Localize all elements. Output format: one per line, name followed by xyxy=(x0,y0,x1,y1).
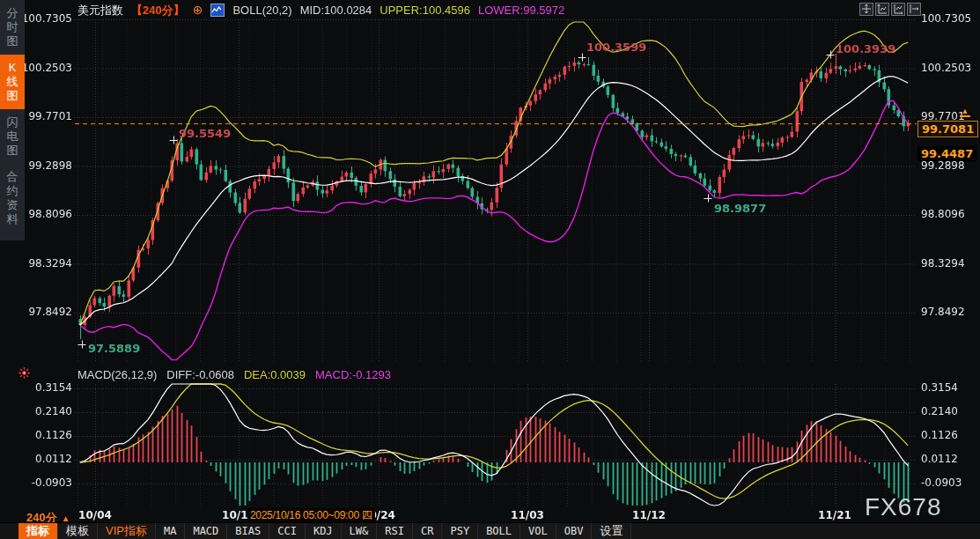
toolbar-tab-rsi[interactable]: RSI xyxy=(377,523,413,539)
price-axis-label-right: 98.8096 xyxy=(921,208,965,220)
x-axis-date-label: 11/21 xyxy=(818,509,851,521)
macd-axis-label-right: 0.3154 xyxy=(921,381,958,394)
price-macd-chart-canvas[interactable] xyxy=(0,0,980,539)
macd-axis-label-left: 0.1126 xyxy=(16,429,72,441)
boll-lower-value: LOWER:99.5972 xyxy=(478,4,564,17)
macd-axis-label-left: -0.0903 xyxy=(16,476,72,489)
price-extreme-annotation: 99.5549 xyxy=(179,127,231,140)
toolbar-tab-psy[interactable]: PSY xyxy=(442,523,478,539)
toolbar-tab-cr[interactable]: CR xyxy=(413,523,442,539)
axis-zoom-horizontal-button[interactable] xyxy=(891,3,905,16)
toolbar-tab-模板[interactable]: 模板 xyxy=(58,523,98,539)
sidebar-item-kline-chart[interactable]: K 线 图 xyxy=(0,55,25,109)
macd-diff-value: DIFF:-0.0608 xyxy=(166,368,234,381)
watermark: FX678 xyxy=(865,493,942,521)
pan-right-icon xyxy=(909,2,919,18)
axis-zoom-vertical-icon xyxy=(877,2,888,18)
boll-upper-value: UPPER:100.4596 xyxy=(379,4,470,17)
pan-right-button[interactable] xyxy=(907,3,921,16)
macd-axis-label-right: 0.1126 xyxy=(921,429,958,441)
toolbar-tab-kdj[interactable]: KDJ xyxy=(306,523,342,539)
axis-zoom-vertical-button[interactable] xyxy=(875,3,889,16)
move-button[interactable] xyxy=(859,3,873,16)
price-axis-label-right: 98.3294 xyxy=(921,257,965,270)
macd-axis-label-right: -0.0903 xyxy=(921,476,962,489)
toolbar-tab-lw[interactable]: LW& xyxy=(342,523,378,539)
macd-dea-value: DEA:0.0039 xyxy=(244,368,306,381)
axis-zoom-horizontal-icon xyxy=(893,2,903,18)
toolbar-tab-obv[interactable]: OBV xyxy=(556,523,593,539)
toolbar-tab-设置[interactable]: 设置 xyxy=(592,523,631,539)
x-axis-date-label: 11/03 xyxy=(511,509,544,521)
current-price-tag: 99.7081 xyxy=(917,121,978,137)
macd-axis-label-left: 0.0112 xyxy=(16,453,72,465)
toolbar-tab-macd[interactable]: MACD xyxy=(185,523,227,539)
toolbar-tab-bias[interactable]: BIAS xyxy=(227,523,269,539)
price-up-arrow-icon: ▲ xyxy=(960,107,970,117)
price-extreme-annotation: 98.9877 xyxy=(714,202,766,215)
toolbar-tab-cci[interactable]: CCI xyxy=(269,523,306,539)
chart-header: 美元指数 【240分】 ⊕ BOLL(20,2) MID:100.0284 UP… xyxy=(77,3,564,18)
x-axis-date-label: 10/04 xyxy=(78,509,112,521)
price-axis-label-right: 97.8492 xyxy=(921,306,965,318)
macd-bar-value: MACD:-0.1293 xyxy=(315,368,391,381)
macd-axis-label-right: 0.2140 xyxy=(921,405,958,417)
sidebar-item-contract-info[interactable]: 合 约 资 料 xyxy=(0,164,25,233)
alert-starburst-icon[interactable] xyxy=(18,366,30,382)
toolbar-tab-vol[interactable]: VOL xyxy=(520,523,556,539)
boll-indicator-label[interactable]: BOLL(20,2) xyxy=(232,4,291,17)
left-sidebar: 分 时 图K 线 图闪 电 图合 约 资 料 xyxy=(0,0,25,240)
sidebar-item-time-chart[interactable]: 分 时 图 xyxy=(0,0,25,55)
crosshair-date-tooltip: 2025/10/16 05:00~09:00 四 xyxy=(247,508,375,522)
macd-axis-label-left: 0.3154 xyxy=(16,381,72,394)
macd-header: MACD(26,12,9) DIFF:-0.0608 DEA:0.0039 MA… xyxy=(77,368,391,381)
mini-chart-icon[interactable] xyxy=(210,4,225,17)
x-axis-date-label: 11/12 xyxy=(632,509,666,521)
sidebar-item-flash-chart[interactable]: 闪 电 图 xyxy=(0,109,25,164)
price-axis-label-left: 98.3294 xyxy=(16,257,72,270)
price-extreme-annotation: 100.3939 xyxy=(836,42,895,55)
toolbar-tab-boll[interactable]: BOLL xyxy=(478,523,520,539)
price-axis-label-right: 100.7305 xyxy=(921,12,971,25)
macd-axis-label-right: 0.0112 xyxy=(921,453,958,465)
boll-mid-value: MID:100.0284 xyxy=(300,4,372,17)
period-label: 【240分】 xyxy=(131,3,185,18)
macd-axis-label-left: 0.2140 xyxy=(16,405,72,417)
secondary-price-tag: 99.4487 xyxy=(917,146,976,161)
toolbar-tab-ma[interactable]: MA xyxy=(156,523,185,539)
instrument-title: 美元指数 xyxy=(77,3,123,18)
macd-indicator-label[interactable]: MACD(26,12,9) xyxy=(77,368,157,381)
expand-icon[interactable]: ⊕ xyxy=(193,4,203,16)
toolbar-tab-vip指标[interactable]: VIP指标 xyxy=(98,523,156,539)
move-icon xyxy=(861,2,872,18)
chart-application: 分 时 图K 线 图闪 电 图合 约 资 料 美元指数 【240分】 ⊕ BOL… xyxy=(0,0,980,539)
chart-tool-buttons xyxy=(859,3,921,16)
price-extreme-annotation: 97.5889 xyxy=(88,342,140,355)
price-extreme-annotation: 100.3599 xyxy=(586,41,646,54)
price-axis-label-left: 97.8492 xyxy=(16,306,72,318)
price-axis-label-right: 100.2503 xyxy=(921,62,971,74)
indicator-toolbar: 指标模板VIP指标MAMACDBIASCCIKDJLW&RSICRPSYBOLL… xyxy=(0,522,980,539)
toolbar-tab-指标[interactable]: 指标 xyxy=(18,523,58,539)
